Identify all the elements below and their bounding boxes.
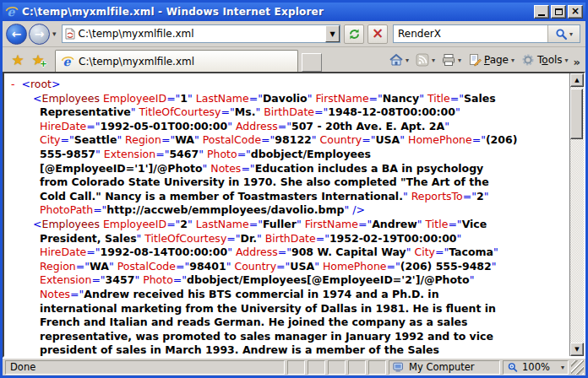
xml-token: Employees <box>41 218 102 230</box>
rss-feed-icon <box>416 53 429 67</box>
tab-bar: ★ ★ + e C:\temp\myxmlfile.xml ▾ <box>3 47 585 72</box>
address-bar[interactable]: C:\temp\myxmlfile.xml ▼ <box>62 24 340 43</box>
content-area: - <root><Employees EmployeeID="1" LastNa… <box>3 72 585 358</box>
xml-token: Education includes a BA in psychology <box>255 162 484 175</box>
feeds-dropdown-icon[interactable]: ▾ <box>432 57 435 64</box>
toolbar-overflow-button[interactable]: » <box>574 56 580 68</box>
home-button[interactable]: ▾ <box>386 50 412 70</box>
favorites-center-button[interactable]: ★ <box>8 50 28 70</box>
zoom-panel[interactable]: 100% ▾ <box>503 360 569 375</box>
xml-token: " <box>455 105 460 118</box>
my-computer-icon <box>393 362 405 373</box>
refresh-button[interactable] <box>344 24 364 44</box>
xml-token: Country <box>320 133 362 146</box>
xml-token: " <box>493 246 498 258</box>
scroll-down-button[interactable]: ▼ <box>570 343 584 356</box>
xml-token: Fuller <box>263 218 297 230</box>
page-menu-button[interactable]: Page ▾ <box>465 50 518 70</box>
maximize-button[interactable] <box>551 5 566 19</box>
xml-token: international marketing from the Univers… <box>40 302 496 315</box>
xml-token: LastName <box>196 92 249 105</box>
xml-token: HireDate <box>40 120 86 132</box>
search-icon <box>555 28 568 40</box>
status-panel-empty <box>348 360 366 375</box>
tools-dropdown-icon[interactable]: ▾ <box>565 57 569 64</box>
xml-token: Region <box>125 133 161 146</box>
xml-token: " <box>137 232 145 245</box>
scroll-up-button[interactable]: ▲ <box>570 73 584 87</box>
xml-token: Address <box>236 246 278 258</box>
add-favorite-button[interactable]: ★ + <box>28 50 48 70</box>
feeds-button[interactable]: ▾ <box>412 50 438 70</box>
scrollbar-track[interactable] <box>570 87 584 343</box>
xml-token: =" <box>249 218 263 230</box>
resize-grip[interactable] <box>571 360 584 375</box>
new-tab-button[interactable] <box>302 53 322 72</box>
xml-token: WA <box>175 133 194 146</box>
xml-token: =" <box>161 133 175 146</box>
xml-token: " <box>400 133 408 146</box>
xml-line: President, Sales" TitleOfCourtesy="Dr." … <box>4 232 569 246</box>
stop-button[interactable]: × <box>368 24 388 44</box>
xml-token: Andrew received his BTS commercial in 19… <box>84 288 438 300</box>
address-url[interactable]: C:\temp\myxmlfile.xml <box>75 28 325 40</box>
xml-token: =" <box>463 190 476 202</box>
page-dropdown-icon[interactable]: ▾ <box>511 57 514 64</box>
xml-token: " <box>199 148 207 160</box>
tab-active[interactable]: e C:\temp\myxmlfile.xml <box>55 50 298 72</box>
vertical-scrollbar[interactable]: ▲ ▼ <box>569 73 584 356</box>
tab-label: C:\temp\myxmlfile.xml <box>79 56 194 68</box>
xml-token: HireDate <box>40 246 86 258</box>
xml-token: PostalCode <box>117 260 176 273</box>
zoom-dropdown-icon[interactable]: ▾ <box>561 364 564 371</box>
xml-token: " <box>188 218 196 230</box>
xml-token: EmployeeID <box>103 92 166 105</box>
xml-token: HomePhone <box>408 133 472 146</box>
home-dropdown-icon[interactable]: ▾ <box>406 57 409 64</box>
xml-token: Dr. <box>241 232 258 245</box>
xml-token: representative, was promoted to sales ma… <box>40 330 493 343</box>
xml-token: " <box>314 260 323 273</box>
security-zone-label: My Computer <box>409 361 475 373</box>
print-dropdown-icon[interactable]: ▾ <box>458 57 461 64</box>
forward-button[interactable]: → <box>29 24 50 45</box>
xml-token: " /> <box>344 203 364 216</box>
browser-window: e C:\temp\myxmlfile.xml - Windows Intern… <box>0 0 588 378</box>
xml-token: USA <box>375 133 400 146</box>
xml-token: 3457 <box>106 273 135 286</box>
xml-line: PhotoPath="http://accweb/emmployees/davo… <box>4 203 569 218</box>
xml-token: =" <box>435 246 449 258</box>
tools-menu-button[interactable]: Tools ▾ <box>518 50 572 70</box>
search-input[interactable]: RenderX <box>394 28 547 40</box>
xml-token: =" <box>176 260 189 273</box>
xml-token: " <box>470 273 475 286</box>
xml-token: Extension <box>104 148 155 160</box>
xml-token: Address <box>236 120 278 132</box>
xml-token: " <box>484 190 489 202</box>
zoom-magnifier-icon <box>507 362 519 373</box>
xml-token: FirstName <box>305 218 358 230</box>
search-options-dropdown[interactable]: ▾ <box>569 30 573 38</box>
page-menu-label: Page <box>484 54 509 66</box>
search-box[interactable]: RenderX ▾ <box>393 24 580 43</box>
xml-token: =" <box>166 218 180 230</box>
xml-token: " <box>227 120 236 132</box>
xml-token: (206) <box>486 133 518 146</box>
xml-token: " <box>257 232 265 245</box>
history-dropdown[interactable]: ▾ <box>52 30 57 38</box>
back-button[interactable]: ← <box>6 24 27 45</box>
gear-icon <box>521 53 535 67</box>
xml-line: Representative" TitleOfCourtesy="Ms." Bi… <box>4 105 569 120</box>
xml-token: (206) 555-9482 <box>400 260 492 273</box>
xml-token: " <box>188 92 196 105</box>
xml-token: 98122 <box>275 133 312 146</box>
xml-token: Employees <box>41 92 102 105</box>
title-bar: e C:\temp\myxmlfile.xml - Windows Intern… <box>3 3 585 21</box>
scrollbar-thumb[interactable] <box>570 89 583 139</box>
minimize-button[interactable] <box>534 5 549 19</box>
print-button[interactable]: ▾ <box>438 50 465 70</box>
xml-token: > <box>52 78 60 90</box>
close-button[interactable]: × <box>568 5 583 19</box>
search-go-button[interactable]: ▾ <box>547 25 580 42</box>
address-dropdown-button[interactable]: ▼ <box>325 25 340 42</box>
